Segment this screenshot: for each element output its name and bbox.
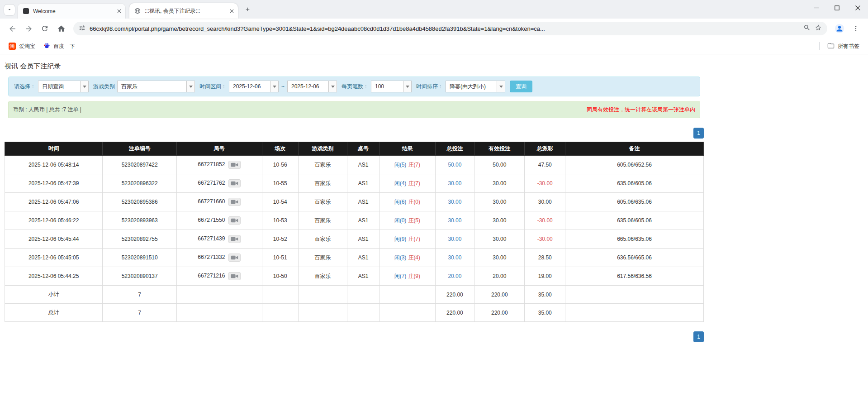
warning-text: 同局有效投注，统一计算在该局第一张注单内 <box>587 106 695 114</box>
page-number-button[interactable]: 1 <box>693 128 704 139</box>
cell-result: 闲(6)庄(0) <box>379 193 436 211</box>
bookmark-star-icon[interactable] <box>815 24 822 33</box>
total-bet-link[interactable]: 30.00 <box>448 199 461 205</box>
cell-session: 10-55 <box>262 174 298 193</box>
cell-bet-number: 523020893963 <box>103 211 177 230</box>
cell-note: 636.56/665.06 <box>565 249 704 267</box>
cell-payout: 47.50 <box>525 156 565 174</box>
date-from-select[interactable]: 2025-12-06 <box>229 81 279 92</box>
cell-time: 2025-12-06 05:47:06 <box>5 193 103 211</box>
cell-result: 闲(3)庄(4) <box>379 249 436 267</box>
total-bet-link[interactable]: 30.00 <box>448 180 461 187</box>
total-bet-link[interactable]: 30.00 <box>448 236 461 242</box>
welcome-tab-favicon-icon <box>22 8 29 15</box>
cell-game-type: 百家乐 <box>298 230 347 249</box>
zoom-icon[interactable] <box>803 24 811 33</box>
pagination-bottom: 1 <box>5 331 704 342</box>
page-size-select[interactable]: 100 <box>371 81 412 92</box>
cell-payout: -30.00 <box>525 230 565 249</box>
sort-order-select[interactable]: 降幂(由大到小) <box>446 81 505 92</box>
video-replay-icon[interactable] <box>228 235 241 243</box>
cell-note: 605.06/652.56 <box>565 156 704 174</box>
cell-note: 635.06/605.06 <box>565 211 704 230</box>
cell-table-number: AS1 <box>347 211 379 230</box>
result-player: 闲(3) <box>394 254 407 261</box>
header-session: 场次 <box>262 142 298 156</box>
chevron-down-icon <box>7 6 12 14</box>
table-body: 2025-12-06 05:48:14 523020897422 6672718… <box>5 156 704 322</box>
bookmark-baidu[interactable]: 百度一下 <box>39 40 79 52</box>
cell-session: 10-52 <box>262 230 298 249</box>
home-button[interactable] <box>53 21 69 36</box>
query-type-select[interactable]: 日期查询 <box>38 81 89 92</box>
video-replay-icon[interactable] <box>228 254 241 262</box>
header-round-no: 局号 <box>177 142 262 156</box>
maximize-button[interactable] <box>826 0 847 15</box>
profile-icon[interactable] <box>832 21 847 36</box>
reload-button[interactable] <box>37 21 52 36</box>
search-button[interactable]: 查询 <box>510 81 532 92</box>
close-tab-icon[interactable] <box>228 7 235 14</box>
video-replay-icon[interactable] <box>228 198 241 206</box>
cell-result: 闲(5)庄(7) <box>379 156 436 174</box>
back-button[interactable] <box>5 21 20 36</box>
cell-payout: 30.00 <box>525 193 565 211</box>
cell-game-type: 百家乐 <box>298 193 347 211</box>
bookmark-taobao[interactable]: 淘 爱淘宝 <box>5 41 39 52</box>
page-number-button[interactable]: 1 <box>693 331 704 342</box>
cell-valid-bet: 30.00 <box>474 230 525 249</box>
result-player: 闲(0) <box>394 217 407 224</box>
result-banker: 庄(0) <box>408 199 420 205</box>
summary-count: 7 <box>103 304 177 322</box>
filter-panel: 请选择： 日期查询 游戏类别 百家乐 时间区间： 2025-12-06 ~ 20… <box>8 77 700 96</box>
summary-valid-bet: 220.00 <box>474 286 525 304</box>
minimize-button[interactable] <box>806 0 826 15</box>
close-tab-icon[interactable] <box>115 8 123 15</box>
result-banker: 庄(4) <box>408 254 420 261</box>
currency-total-text: 币别 : 人民币 | 总共 :7 注单 | <box>13 106 81 114</box>
date-to-select[interactable]: 2025-12-06 <box>287 81 337 92</box>
bet-records-table: 时间 注单编号 局号 场次 游戏类别 桌号 结果 总投注 有效投注 总派彩 备注… <box>5 142 704 322</box>
pagination-top: 1 <box>5 128 704 139</box>
all-bookmarks-button[interactable]: 所有书签 <box>823 40 863 53</box>
game-type-select[interactable]: 百家乐 <box>117 81 195 92</box>
cell-game-type: 百家乐 <box>298 156 347 174</box>
tab-search-button[interactable] <box>4 4 15 16</box>
forward-button[interactable] <box>21 21 36 36</box>
cell-table-number: AS1 <box>347 267 379 286</box>
tab-bet-records[interactable]: :::视讯, 会员下注纪录::: <box>129 3 238 19</box>
video-replay-icon[interactable] <box>228 216 241 225</box>
cell-note: 617.56/636.56 <box>565 267 704 286</box>
menu-dots-icon[interactable] <box>848 21 863 36</box>
page-content: 视讯 会员下注纪录 请选择： 日期查询 游戏类别 百家乐 时间区间： 2025-… <box>0 62 868 342</box>
total-bet-link[interactable]: 50.00 <box>448 162 461 168</box>
cell-round-number: 667271439 <box>177 230 262 249</box>
cell-time: 2025-12-06 05:44:25 <box>5 267 103 286</box>
cell-time: 2025-12-06 05:45:44 <box>5 230 103 249</box>
tab-welcome[interactable]: Welcome <box>17 3 126 19</box>
total-bet-link[interactable]: 30.00 <box>448 254 461 261</box>
table-row: 2025-12-06 05:47:06 523020895386 6672716… <box>5 193 704 211</box>
table-row: 2025-12-06 05:46:22 523020893963 6672715… <box>5 211 704 230</box>
total-bet-link[interactable]: 20.00 <box>448 273 461 279</box>
new-tab-button[interactable] <box>242 4 253 16</box>
cell-table-number: AS1 <box>347 193 379 211</box>
total-bet-link[interactable]: 30.00 <box>448 217 461 224</box>
video-replay-icon[interactable] <box>228 179 241 187</box>
cell-total-bet: 30.00 <box>435 230 474 249</box>
chevron-down-icon <box>403 81 411 92</box>
header-note: 备注 <box>565 142 704 156</box>
video-replay-icon[interactable] <box>228 161 241 169</box>
cell-valid-bet: 30.00 <box>474 193 525 211</box>
video-replay-icon[interactable] <box>228 272 241 280</box>
cell-game-type: 百家乐 <box>298 174 347 193</box>
address-bar[interactable]: 66cxkj98.com/ipl/portal.php/game/betreco… <box>73 22 827 35</box>
header-payout: 总派彩 <box>525 142 565 156</box>
cell-payout: 19.00 <box>525 267 565 286</box>
folder-icon <box>827 42 835 51</box>
close-window-button[interactable] <box>847 0 868 15</box>
cell-time: 2025-12-06 05:45:05 <box>5 249 103 267</box>
cell-valid-bet: 30.00 <box>474 211 525 230</box>
tab-title: :::视讯, 会员下注纪录::: <box>145 7 224 15</box>
site-settings-icon[interactable] <box>79 24 85 33</box>
